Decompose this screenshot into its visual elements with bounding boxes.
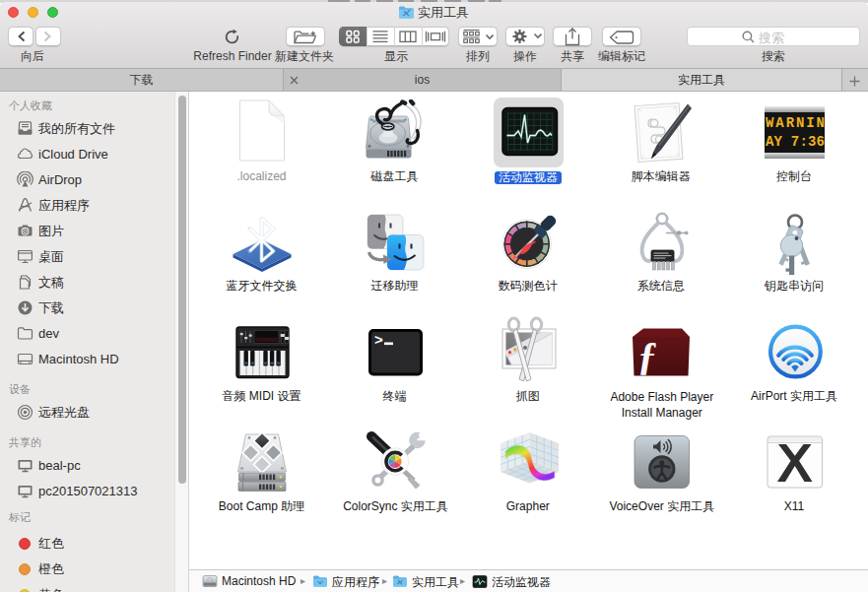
svg-text:AY 7:36: AY 7:36 bbox=[766, 134, 825, 150]
svg-text:ƒ: ƒ bbox=[637, 333, 657, 377]
svg-text:>: > bbox=[374, 331, 383, 348]
